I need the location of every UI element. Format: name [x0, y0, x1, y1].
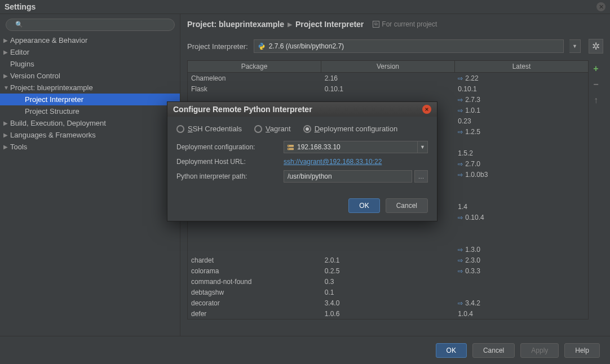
cell-latest: ⇨1.0.0b3: [454, 171, 588, 179]
cell-latest: ⇨1.0.1: [454, 106, 588, 114]
cell-package: colorama: [188, 267, 321, 275]
cell-latest: ⇨0.3.3: [454, 267, 588, 275]
breadcrumb-page: Project Interpreter: [295, 20, 364, 29]
window-title: Settings: [5, 2, 36, 11]
interpreter-label: Project Interpreter:: [187, 42, 248, 51]
sidebar-item-label: Build, Execution, Deployment: [10, 119, 106, 127]
col-latest[interactable]: Latest: [455, 61, 588, 72]
svg-point-3: [288, 148, 289, 149]
table-row[interactable]: [188, 233, 588, 244]
deploy-config-dropdown-icon[interactable]: ▼: [418, 141, 428, 153]
col-package[interactable]: Package: [188, 61, 321, 72]
python-icon: [258, 42, 266, 50]
sidebar-item[interactable]: Project Interpreter: [0, 94, 180, 105]
table-row[interactable]: debtagshw0.1: [188, 287, 588, 298]
upgrade-arrow-icon: ⇨: [458, 128, 463, 135]
table-row[interactable]: decorator3.4.0⇨3.4.2: [188, 298, 588, 308]
search-input[interactable]: [6, 19, 175, 31]
interpreter-row: Project Interpreter: 2.7.6 (/usr/bin/pyt…: [187, 39, 603, 54]
svg-point-2: [288, 145, 289, 146]
cell-latest: 1.5.2: [454, 149, 588, 157]
ok-button[interactable]: OK: [436, 343, 467, 358]
sidebar-item[interactable]: ▶Build, Execution, Deployment: [0, 117, 180, 129]
upgrade-arrow-icon: ⇨: [458, 257, 463, 264]
help-button[interactable]: Help: [564, 343, 600, 358]
deploy-config-combo[interactable]: 192.168.33.10: [284, 141, 418, 153]
cell-package: defer: [188, 310, 321, 318]
radio-vagrant[interactable]: Vagrant: [254, 125, 291, 133]
table-row[interactable]: colorama0.2.5⇨0.3.3: [188, 265, 588, 276]
upgrade-arrow-icon: ⇨: [458, 246, 463, 253]
cell-version: 0.1: [321, 288, 455, 296]
apply-button[interactable]: Apply: [520, 343, 559, 358]
sidebar-item[interactable]: ▼Project: blueprintexample: [0, 82, 180, 94]
host-url-link[interactable]: ssh://vagrant@192.168.33.10:22: [284, 158, 382, 166]
upgrade-arrow-icon: ⇨: [458, 214, 463, 221]
sidebar-item-label: Project Structure: [25, 107, 79, 116]
table-row[interactable]: [188, 223, 588, 233]
dialog-ok-button[interactable]: OK: [348, 198, 379, 213]
sidebar-item[interactable]: ▶Version Control: [0, 70, 180, 82]
upgrade-arrow-icon: ⇨: [458, 75, 463, 82]
table-row[interactable]: chardet2.0.1⇨2.3.0: [188, 255, 588, 265]
table-row[interactable]: command-not-found0.3: [188, 276, 588, 287]
cell-latest: ⇨3.4.2: [454, 299, 588, 307]
host-url-label: Deployment Host URL:: [176, 158, 284, 166]
ellipsis-icon: …: [418, 173, 425, 180]
dialog-cancel-button[interactable]: Cancel: [386, 198, 428, 213]
table-row[interactable]: ⇨1.3.0: [188, 244, 588, 255]
sidebar-item[interactable]: ▶Appearance & Behavior: [0, 34, 180, 46]
interpreter-path-input[interactable]: [284, 170, 412, 183]
cell-package: debtagshw: [188, 288, 321, 296]
tree-arrow-icon: ▶: [3, 37, 10, 43]
search-wrap: 🔍: [6, 19, 174, 31]
interpreter-combo[interactable]: 2.7.6 (/usr/bin/python2.7): [254, 39, 564, 53]
sidebar-item[interactable]: ▶Tools: [0, 141, 180, 153]
connection-type-radios: SSH Credentials Vagrant Deployment confi…: [176, 125, 428, 133]
table-row[interactable]: defer1.0.61.0.4: [188, 308, 588, 319]
browse-button[interactable]: …: [414, 170, 428, 183]
sidebar-item[interactable]: ▶Editor: [0, 46, 180, 58]
gear-icon: ✲: [592, 41, 600, 52]
upgrade-arrow-icon: ⇨: [458, 96, 463, 103]
cell-latest: 0.10.1: [454, 85, 588, 93]
cell-version: 1.0.6: [321, 310, 455, 318]
interpreter-settings-button[interactable]: ✲: [589, 39, 603, 54]
cell-version: 3.4.0: [321, 299, 455, 307]
table-row[interactable]: Flask0.10.10.10.1: [188, 83, 588, 94]
radio-deployment[interactable]: Deployment configuration: [303, 125, 397, 133]
table-row[interactable]: Chameleon2.16⇨2.22: [188, 73, 588, 83]
search-icon: 🔍: [15, 21, 23, 28]
interpreter-path-label: Python interpreter path:: [176, 172, 284, 180]
sidebar-item[interactable]: ▶Languages & Frameworks: [0, 129, 180, 141]
breadcrumb-project: Project: blueprintexample: [187, 20, 284, 29]
interpreter-dropdown-icon[interactable]: ▼: [569, 39, 581, 53]
window-close-icon[interactable]: ✕: [596, 2, 605, 11]
upgrade-arrow-icon: ⇨: [458, 107, 463, 114]
sidebar-item-label: Languages & Frameworks: [10, 131, 96, 139]
cancel-button[interactable]: Cancel: [472, 343, 515, 358]
sidebar-item-label: Project: blueprintexample: [10, 83, 93, 92]
window-titlebar: Settings ✕: [0, 0, 610, 14]
remove-package-button[interactable]: −: [591, 79, 601, 90]
interpreter-value: 2.7.6 (/usr/bin/python2.7): [269, 42, 344, 50]
dialog-footer: OK Cancel Apply Help: [0, 336, 610, 364]
sidebar-item[interactable]: Project Structure: [0, 105, 180, 117]
deploy-config-label: Deployment configuration:: [176, 143, 284, 151]
sidebar-item[interactable]: Plugins: [0, 58, 180, 70]
upgrade-package-button[interactable]: ↑: [591, 95, 601, 105]
col-version[interactable]: Version: [321, 61, 455, 72]
add-package-button[interactable]: +: [591, 64, 601, 74]
cell-package: command-not-found: [188, 278, 321, 286]
radio-ssh[interactable]: SSH Credentials: [176, 125, 242, 133]
remote-interpreter-dialog: Configure Remote Python Interpreter SSH …: [167, 101, 437, 221]
dialog-close-button[interactable]: [422, 105, 431, 114]
settings-tree: ▶Appearance & Behavior▶EditorPlugins▶Ver…: [0, 34, 180, 153]
sidebar-item-label: Plugins: [10, 60, 34, 68]
radio-icon: [176, 125, 184, 133]
package-tools: + − ↑: [589, 60, 603, 319]
cell-latest: ⇨0.10.4: [454, 214, 588, 221]
cell-latest: 1.0.4: [454, 310, 588, 318]
cell-version: 2.16: [321, 74, 455, 82]
cell-package: decorator: [188, 299, 321, 307]
